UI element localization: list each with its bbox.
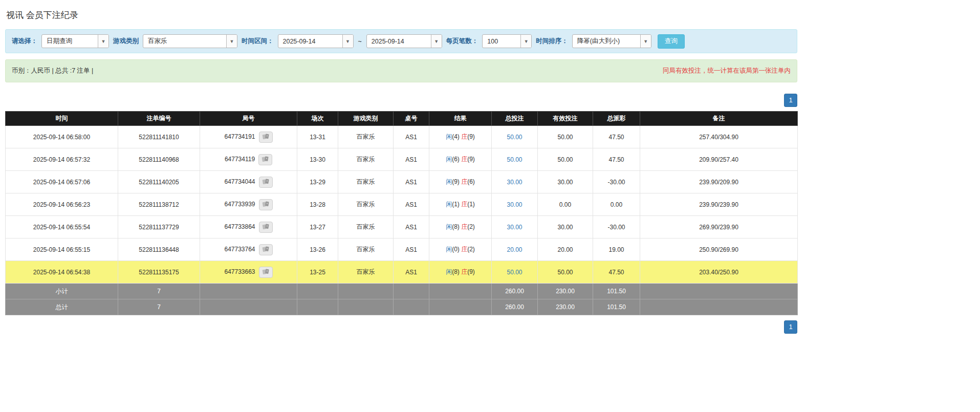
chevron-down-icon: ▼ — [431, 35, 442, 48]
table-no-cell: AS1 — [394, 193, 429, 216]
summary-label-cell: 小计 — [6, 284, 118, 299]
summary-payout-cell: 101.50 — [593, 284, 640, 299]
page-size-select[interactable]: 100 ▼ — [482, 34, 532, 48]
chevron-down-icon: ▼ — [98, 35, 108, 48]
cards-icon — [262, 268, 270, 275]
chevron-down-icon: ▼ — [640, 35, 651, 48]
total-bet-cell: 50.00 — [492, 148, 538, 171]
round-number: 647733764 — [224, 246, 255, 253]
result-banker-label: 庄 — [461, 201, 467, 208]
total-bet-link[interactable]: 30.00 — [507, 179, 522, 186]
page-container: 视讯 会员下注纪录 请选择： 日期查询 ▼ 游戏类别 百家乐 ▼ 时间区间： 2… — [5, 0, 797, 334]
filter-bar: 请选择： 日期查询 ▼ 游戏类别 百家乐 ▼ 时间区间： 2025-09-14 … — [5, 29, 797, 53]
total-bet-cell: 20.00 — [492, 238, 538, 261]
total-bet-link[interactable]: 30.00 — [507, 224, 522, 231]
valid-bet-cell: 0.00 — [538, 193, 593, 216]
game-type-select[interactable]: 百家乐 ▼ — [143, 34, 237, 48]
summary-empty-cell — [429, 284, 492, 299]
result-banker-score: (9) — [467, 156, 475, 163]
total-bet-link[interactable]: 20.00 — [507, 246, 522, 253]
chevron-down-icon: ▼ — [226, 35, 237, 48]
date-from-value: 2025-09-14 — [278, 38, 342, 45]
date-from-select[interactable]: 2025-09-14 ▼ — [278, 34, 354, 48]
time-sort-value: 降幂(由大到小) — [573, 37, 640, 46]
payout-cell: 47.50 — [593, 148, 640, 171]
time-sort-select[interactable]: 降幂(由大到小) ▼ — [572, 34, 651, 48]
summary-empty-cell — [394, 284, 429, 299]
game-type-cell: 百家乐 — [338, 261, 394, 284]
view-cards-button[interactable] — [259, 267, 273, 278]
summary-empty-cell — [200, 284, 297, 299]
result-banker-label: 庄 — [461, 156, 467, 163]
game-type-cell: 百家乐 — [338, 126, 394, 148]
table-header-row: 时间注单编号局号场次游戏类别桌号结果总投注有效投注总派彩备注 — [6, 112, 798, 126]
round-cell: 647734044 — [200, 171, 297, 193]
bet-record-row: 2025-09-14 06:54:38522811135175647733663… — [6, 261, 798, 284]
round-number: 647734119 — [225, 156, 255, 163]
bet-id-cell: 522811140968 — [118, 148, 200, 171]
cards-icon — [262, 178, 270, 185]
column-header: 总投注 — [492, 112, 538, 126]
game-type-value: 百家乐 — [143, 37, 226, 46]
result-player-score: (1) — [452, 201, 461, 208]
result-banker-score: (6) — [467, 178, 475, 185]
bet-id-cell: 522811137729 — [118, 216, 200, 238]
valid-bet-cell: 50.00 — [538, 261, 593, 284]
query-type-value: 日期查询 — [42, 37, 98, 46]
summary-empty-cell — [640, 284, 798, 299]
result-banker-label: 庄 — [461, 178, 467, 185]
result-player-score: (8) — [452, 268, 461, 275]
remark-cell: 239.90/209.90 — [640, 171, 798, 193]
session-cell: 13-25 — [297, 261, 338, 284]
game-type-cell: 百家乐 — [338, 216, 394, 238]
column-header: 桌号 — [394, 112, 429, 126]
page-size-label: 每页笔数： — [446, 37, 478, 46]
total-bet-link[interactable]: 50.00 — [507, 134, 522, 141]
total-bet-cell: 30.00 — [492, 193, 538, 216]
view-cards-button[interactable] — [259, 222, 273, 233]
summary-total-bet-cell: 260.00 — [492, 284, 538, 299]
time-cell: 2025-09-14 06:54:38 — [6, 261, 118, 284]
valid-bet-cell: 50.00 — [538, 148, 593, 171]
view-cards-button[interactable] — [259, 132, 273, 143]
round-number: 647733939 — [224, 201, 255, 208]
view-cards-button[interactable] — [259, 199, 273, 210]
pagination-bottom: 1 — [5, 320, 797, 334]
total-bet-link[interactable]: 30.00 — [507, 201, 522, 208]
view-cards-button[interactable] — [259, 244, 273, 255]
time-cell: 2025-09-14 06:55:54 — [6, 216, 118, 238]
round-number: 647733663 — [224, 268, 255, 275]
search-button[interactable]: 查询 — [658, 34, 685, 49]
date-to-select[interactable]: 2025-09-14 ▼ — [366, 34, 442, 48]
page-button[interactable]: 1 — [784, 320, 797, 334]
page-button[interactable]: 1 — [784, 94, 797, 107]
session-cell: 13-29 — [297, 171, 338, 193]
view-cards-button[interactable] — [259, 177, 273, 188]
payout-cell: 47.50 — [593, 261, 640, 284]
total-bet-link[interactable]: 50.00 — [507, 156, 522, 163]
valid-bet-cell: 30.00 — [538, 171, 593, 193]
round-cell: 647734191 — [200, 126, 297, 148]
cards-icon — [262, 133, 270, 140]
chevron-down-icon: ▼ — [520, 35, 531, 48]
chevron-down-icon: ▼ — [342, 35, 353, 48]
view-cards-button[interactable] — [258, 154, 272, 165]
column-header: 游戏类别 — [338, 112, 394, 126]
total-bet-cell: 50.00 — [492, 126, 538, 148]
result-cell: 闲(0) 庄(2) — [429, 238, 492, 261]
query-type-select[interactable]: 日期查询 ▼ — [41, 34, 109, 48]
remark-cell: 239.90/239.90 — [640, 193, 798, 216]
round-cell: 647734119 — [200, 148, 297, 171]
round-cell: 647733764 — [200, 238, 297, 261]
session-cell: 13-31 — [297, 126, 338, 148]
payout-cell: -30.00 — [593, 171, 640, 193]
result-banker-score: (9) — [467, 133, 475, 140]
result-player-score: (4) — [452, 133, 461, 140]
total-bet-link[interactable]: 50.00 — [507, 269, 522, 276]
result-player-label: 闲 — [446, 246, 452, 253]
column-header: 时间 — [6, 112, 118, 126]
round-cell: 647733864 — [200, 216, 297, 238]
result-cell: 闲(1) 庄(1) — [429, 193, 492, 216]
time-sort-label: 时间排序： — [536, 37, 568, 46]
cards-icon — [262, 156, 269, 163]
